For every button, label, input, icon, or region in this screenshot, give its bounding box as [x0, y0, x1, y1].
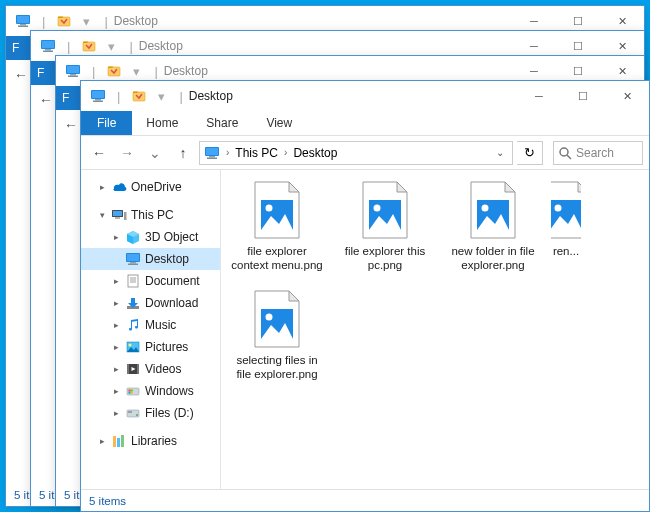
- image-file-icon: [249, 180, 305, 240]
- onedrive-icon: [111, 179, 127, 195]
- collapse-icon[interactable]: ▾: [97, 210, 107, 220]
- file-grid: file explorer context menu.png file expl…: [227, 180, 643, 382]
- sidebar-item-windows-drive[interactable]: ▸Windows: [81, 380, 220, 402]
- breadcrumb-dropdown-icon[interactable]: ⌄: [492, 147, 508, 158]
- sidebar-item-thispc[interactable]: ▾ This PC: [81, 204, 220, 226]
- status-bar: 5 items: [81, 489, 649, 511]
- cube-icon: [125, 229, 141, 245]
- sidebar-item-files-drive[interactable]: ▸Files (D:): [81, 402, 220, 424]
- file-explorer-window: | ▾ | Desktop ─ ☐ ✕ File Home Share View…: [80, 80, 650, 512]
- app-icon[interactable]: [87, 85, 109, 107]
- sidebar-item-music[interactable]: ▸Music: [81, 314, 220, 336]
- drive-icon: [125, 383, 141, 399]
- navigation-pane[interactable]: ▸ OneDrive ▾ This PC ▸3D Object Desktop …: [81, 170, 221, 489]
- nav-back[interactable]: ←: [87, 141, 111, 165]
- music-icon: [125, 317, 141, 333]
- item-count: 5 items: [89, 495, 126, 507]
- image-file-icon: [551, 180, 581, 240]
- quick-access-toolbar: | ▾ |: [81, 85, 189, 107]
- sidebar-item-videos[interactable]: ▸Videos: [81, 358, 220, 380]
- download-icon: [125, 295, 141, 311]
- breadcrumb[interactable]: › This PC › Desktop ⌄: [199, 141, 513, 165]
- nav-forward[interactable]: →: [115, 141, 139, 165]
- file-item[interactable]: file explorer context menu.png: [227, 180, 327, 273]
- ribbon-tabs: File Home Share View: [81, 111, 649, 136]
- qat-properties-icon[interactable]: [128, 85, 150, 107]
- window-title: Desktop: [189, 89, 233, 103]
- tab-file[interactable]: File: [81, 111, 132, 135]
- breadcrumb-thispc[interactable]: This PC: [235, 146, 278, 160]
- sidebar-item-pictures[interactable]: ▸Pictures: [81, 336, 220, 358]
- sidebar-item-3dobjects[interactable]: ▸3D Object: [81, 226, 220, 248]
- sidebar-item-desktop[interactable]: Desktop: [81, 248, 220, 270]
- expand-icon[interactable]: ▸: [97, 182, 107, 192]
- titlebar[interactable]: | ▾ | Desktop ─ ☐ ✕: [81, 81, 649, 111]
- chevron-right-icon[interactable]: ›: [284, 147, 287, 158]
- libraries-icon: [111, 433, 127, 449]
- image-file-icon: [465, 180, 521, 240]
- sidebar-item-documents[interactable]: ▸Document: [81, 270, 220, 292]
- content-area[interactable]: file explorer context menu.png file expl…: [221, 170, 649, 489]
- close-button[interactable]: ✕: [605, 81, 649, 111]
- tab-view[interactable]: View: [252, 111, 306, 135]
- search-input[interactable]: Search: [553, 141, 643, 165]
- breadcrumb-location-icon: [204, 145, 220, 161]
- file-item[interactable]: selecting files in file explorer.png: [227, 289, 327, 382]
- monitor-icon: [125, 251, 141, 267]
- tab-share[interactable]: Share: [192, 111, 252, 135]
- tab-home[interactable]: Home: [132, 111, 192, 135]
- nav-up[interactable]: ↑: [171, 141, 195, 165]
- image-file-icon: [357, 180, 413, 240]
- search-icon: [558, 146, 572, 160]
- refresh-button[interactable]: ↻: [517, 141, 543, 165]
- pc-icon: [111, 207, 127, 223]
- document-icon: [125, 273, 141, 289]
- qat-dropdown-icon[interactable]: ▾: [158, 89, 165, 104]
- drive-icon: [125, 405, 141, 421]
- breadcrumb-desktop[interactable]: Desktop: [293, 146, 337, 160]
- file-item[interactable]: new folder in file explorer.png: [443, 180, 543, 273]
- sidebar-item-downloads[interactable]: ▸Download: [81, 292, 220, 314]
- file-item[interactable]: ren...: [551, 180, 581, 273]
- pictures-icon: [125, 339, 141, 355]
- sidebar-item-onedrive[interactable]: ▸ OneDrive: [81, 176, 220, 198]
- image-file-icon: [249, 289, 305, 349]
- maximize-button[interactable]: ☐: [561, 81, 605, 111]
- sidebar-item-libraries[interactable]: ▸Libraries: [81, 430, 220, 452]
- file-item[interactable]: file explorer this pc.png: [335, 180, 435, 273]
- chevron-right-icon[interactable]: ›: [226, 147, 229, 158]
- nav-recent[interactable]: ⌄: [143, 141, 167, 165]
- address-bar-row: ← → ⌄ ↑ › This PC › Desktop ⌄ ↻ Search: [81, 136, 649, 170]
- minimize-button[interactable]: ─: [517, 81, 561, 111]
- video-icon: [125, 361, 141, 377]
